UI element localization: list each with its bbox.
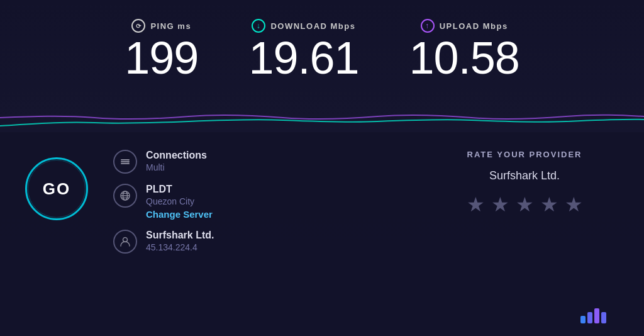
rate-heading: RATE YOUR PROVIDER [467,150,582,159]
star-5[interactable]: ★ [565,193,583,216]
server-name: PLDT [146,184,213,195]
provider-text: Surfshark Ltd. 45.134.224.4 [146,230,214,252]
connections-title: Connections [146,150,207,161]
upload-stat: ↑ UPLOAD Mbps 10.58 [409,19,519,81]
rate-provider-section: RATE YOUR PROVIDER Surfshark Ltd. ★ ★ ★ … [430,145,619,216]
star-rating[interactable]: ★ ★ ★ ★ ★ [467,193,583,216]
logo-bar-4 [601,312,606,323]
logo-bar-3 [594,308,599,323]
ping-stat: ⟳ PING ms 199 [125,19,198,81]
rate-provider-name: Surfshark Ltd. [489,169,560,182]
logo-bars [580,308,606,323]
logo-bar-2 [587,312,592,323]
server-row: PLDT Quezon City Change Server [113,184,405,220]
upload-icon: ↑ [421,19,435,33]
ping-value: 199 [125,35,198,81]
change-server-link[interactable]: Change Server [146,209,213,220]
provider-row: Surfshark Ltd. 45.134.224.4 [113,230,405,254]
provider-name: Surfshark Ltd. [146,230,214,241]
ping-icon: ⟳ [131,19,145,33]
connections-row: Connections Multi [113,150,405,174]
download-icon: ↓ [252,19,265,33]
server-info-panel: Connections Multi PLDT Quezon City Chang… [113,145,405,254]
connections-text: Connections Multi [146,150,207,172]
svg-point-3 [128,161,130,163]
server-text: PLDT Quezon City Change Server [146,184,213,220]
download-label: ↓ DOWNLOAD Mbps [252,19,355,33]
star-2[interactable]: ★ [491,193,509,216]
server-icon [113,184,137,208]
connections-icon [113,150,137,174]
download-stat: ↓ DOWNLOAD Mbps 19.61 [248,19,358,81]
download-value: 19.61 [248,35,358,81]
star-3[interactable]: ★ [516,193,534,216]
star-4[interactable]: ★ [540,193,558,216]
stats-bar: ⟳ PING ms 199 ↓ DOWNLOAD Mbps 19.61 ↑ UP… [0,0,644,93]
upload-value: 10.58 [409,35,519,81]
star-1[interactable]: ★ [467,193,485,216]
wave-graph [0,91,644,142]
provider-icon [113,230,137,254]
ping-label: ⟳ PING ms [131,19,191,33]
server-location: Quezon City [146,196,213,206]
speedtest-logo [580,308,606,323]
upload-label: ↑ UPLOAD Mbps [421,19,508,33]
logo-bar-1 [580,316,586,323]
connections-value: Multi [146,162,207,172]
go-button[interactable]: GO [25,157,88,220]
provider-ip: 45.134.224.4 [146,242,214,252]
bottom-panel: GO Connections Multi [0,132,644,336]
go-button-wrapper[interactable]: GO [25,157,88,220]
